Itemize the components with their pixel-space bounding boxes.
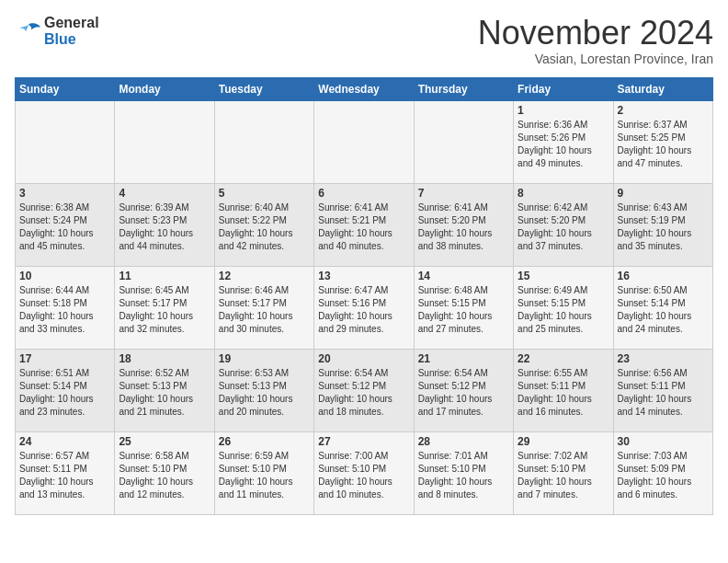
weekday-header-monday: Monday: [115, 77, 214, 100]
calendar-week-row: 17Sunrise: 6:51 AM Sunset: 5:14 PM Dayli…: [16, 349, 713, 431]
day-number: 21: [418, 352, 509, 365]
day-number: 3: [19, 187, 110, 200]
day-info: Sunrise: 6:57 AM Sunset: 5:11 PM Dayligh…: [19, 450, 110, 501]
day-info: Sunrise: 6:36 AM Sunset: 5:26 PM Dayligh…: [518, 119, 609, 170]
calendar-cell: 13Sunrise: 6:47 AM Sunset: 5:16 PM Dayli…: [314, 266, 414, 349]
day-number: 26: [219, 435, 310, 448]
page-header: General Blue November 2024 Vasian, Lores…: [15, 15, 713, 66]
month-title: November 2024: [478, 15, 713, 52]
day-number: 9: [618, 187, 709, 200]
calendar-cell: 30Sunrise: 7:03 AM Sunset: 5:09 PM Dayli…: [613, 431, 712, 514]
calendar-cell: 25Sunrise: 6:58 AM Sunset: 5:10 PM Dayli…: [115, 431, 214, 514]
title-section: November 2024 Vasian, Lorestan Province,…: [478, 15, 713, 66]
day-info: Sunrise: 6:54 AM Sunset: 5:12 PM Dayligh…: [418, 367, 509, 419]
calendar-cell: 4Sunrise: 6:39 AM Sunset: 5:23 PM Daylig…: [115, 183, 214, 266]
day-info: Sunrise: 7:02 AM Sunset: 5:10 PM Dayligh…: [518, 450, 609, 501]
weekday-header-friday: Friday: [514, 77, 613, 100]
calendar-cell: [314, 100, 414, 183]
calendar-cell: [16, 100, 115, 183]
calendar-cell: 14Sunrise: 6:48 AM Sunset: 5:15 PM Dayli…: [414, 266, 513, 349]
location-subtitle: Vasian, Lorestan Province, Iran: [478, 52, 713, 66]
day-number: 24: [19, 435, 110, 448]
weekday-header-sunday: Sunday: [16, 77, 115, 100]
calendar-cell: 8Sunrise: 6:42 AM Sunset: 5:20 PM Daylig…: [514, 183, 613, 266]
day-info: Sunrise: 6:41 AM Sunset: 5:21 PM Dayligh…: [318, 201, 409, 253]
calendar-cell: 17Sunrise: 6:51 AM Sunset: 5:14 PM Dayli…: [16, 349, 115, 431]
day-number: 18: [119, 352, 210, 365]
calendar-cell: 22Sunrise: 6:55 AM Sunset: 5:11 PM Dayli…: [514, 349, 613, 431]
calendar-cell: 1Sunrise: 6:36 AM Sunset: 5:26 PM Daylig…: [514, 100, 613, 183]
day-info: Sunrise: 6:56 AM Sunset: 5:11 PM Dayligh…: [618, 367, 709, 419]
calendar-cell: [214, 100, 313, 183]
calendar-cell: 5Sunrise: 6:40 AM Sunset: 5:22 PM Daylig…: [214, 183, 313, 266]
calendar-cell: 9Sunrise: 6:43 AM Sunset: 5:19 PM Daylig…: [613, 183, 712, 266]
day-number: 5: [219, 187, 310, 200]
calendar-cell: 11Sunrise: 6:45 AM Sunset: 5:17 PM Dayli…: [115, 266, 214, 349]
weekday-header-saturday: Saturday: [613, 77, 712, 100]
day-number: 1: [518, 104, 609, 117]
day-info: Sunrise: 6:37 AM Sunset: 5:25 PM Dayligh…: [618, 119, 709, 170]
day-info: Sunrise: 6:42 AM Sunset: 5:20 PM Dayligh…: [518, 201, 609, 253]
day-info: Sunrise: 6:47 AM Sunset: 5:16 PM Dayligh…: [318, 284, 409, 336]
calendar-week-row: 24Sunrise: 6:57 AM Sunset: 5:11 PM Dayli…: [16, 431, 713, 514]
weekday-header-tuesday: Tuesday: [214, 77, 313, 100]
day-number: 8: [518, 187, 609, 200]
day-info: Sunrise: 7:01 AM Sunset: 5:10 PM Dayligh…: [418, 450, 509, 501]
day-info: Sunrise: 6:58 AM Sunset: 5:10 PM Dayligh…: [119, 450, 210, 501]
calendar-week-row: 10Sunrise: 6:44 AM Sunset: 5:18 PM Dayli…: [16, 266, 713, 349]
day-info: Sunrise: 6:38 AM Sunset: 5:24 PM Dayligh…: [19, 201, 110, 253]
calendar-cell: 12Sunrise: 6:46 AM Sunset: 5:17 PM Dayli…: [214, 266, 313, 349]
day-number: 19: [219, 352, 310, 365]
day-info: Sunrise: 6:43 AM Sunset: 5:19 PM Dayligh…: [618, 201, 709, 253]
day-number: 14: [418, 270, 509, 282]
day-number: 12: [219, 270, 310, 282]
day-info: Sunrise: 6:52 AM Sunset: 5:13 PM Dayligh…: [119, 367, 210, 419]
day-number: 28: [418, 435, 509, 448]
day-info: Sunrise: 6:44 AM Sunset: 5:18 PM Dayligh…: [19, 284, 110, 336]
day-number: 13: [318, 270, 409, 282]
day-number: 2: [618, 104, 709, 117]
day-info: Sunrise: 6:45 AM Sunset: 5:17 PM Dayligh…: [119, 284, 210, 336]
day-info: Sunrise: 6:50 AM Sunset: 5:14 PM Dayligh…: [618, 284, 709, 336]
calendar-cell: 10Sunrise: 6:44 AM Sunset: 5:18 PM Dayli…: [16, 266, 115, 349]
calendar-cell: 21Sunrise: 6:54 AM Sunset: 5:12 PM Dayli…: [414, 349, 513, 431]
logo-text: General: [44, 15, 99, 31]
calendar-cell: 20Sunrise: 6:54 AM Sunset: 5:12 PM Dayli…: [314, 349, 414, 431]
calendar-cell: 15Sunrise: 6:49 AM Sunset: 5:15 PM Dayli…: [514, 266, 613, 349]
calendar-cell: 3Sunrise: 6:38 AM Sunset: 5:24 PM Daylig…: [16, 183, 115, 266]
day-info: Sunrise: 6:46 AM Sunset: 5:17 PM Dayligh…: [219, 284, 310, 336]
day-info: Sunrise: 7:00 AM Sunset: 5:10 PM Dayligh…: [318, 450, 409, 501]
day-info: Sunrise: 6:54 AM Sunset: 5:12 PM Dayligh…: [318, 367, 409, 419]
day-number: 11: [119, 270, 210, 282]
calendar-cell: 2Sunrise: 6:37 AM Sunset: 5:25 PM Daylig…: [613, 100, 712, 183]
day-number: 29: [518, 435, 609, 448]
calendar-week-row: 1Sunrise: 6:36 AM Sunset: 5:26 PM Daylig…: [16, 100, 713, 183]
day-number: 6: [318, 187, 409, 200]
calendar-cell: 23Sunrise: 6:56 AM Sunset: 5:11 PM Dayli…: [613, 349, 712, 431]
day-info: Sunrise: 6:53 AM Sunset: 5:13 PM Dayligh…: [219, 367, 310, 419]
day-info: Sunrise: 6:51 AM Sunset: 5:14 PM Dayligh…: [19, 367, 110, 419]
logo: General Blue: [15, 15, 99, 47]
day-info: Sunrise: 6:40 AM Sunset: 5:22 PM Dayligh…: [219, 201, 310, 253]
calendar-cell: [115, 100, 214, 183]
day-number: 30: [618, 435, 709, 448]
calendar-cell: 24Sunrise: 6:57 AM Sunset: 5:11 PM Dayli…: [16, 431, 115, 514]
calendar-cell: 19Sunrise: 6:53 AM Sunset: 5:13 PM Dayli…: [214, 349, 313, 431]
day-info: Sunrise: 6:59 AM Sunset: 5:10 PM Dayligh…: [219, 450, 310, 501]
day-number: 4: [119, 187, 210, 200]
calendar-cell: 16Sunrise: 6:50 AM Sunset: 5:14 PM Dayli…: [613, 266, 712, 349]
day-number: 22: [518, 352, 609, 365]
calendar-cell: 7Sunrise: 6:41 AM Sunset: 5:20 PM Daylig…: [414, 183, 513, 266]
day-number: 16: [618, 270, 709, 282]
day-number: 23: [618, 352, 709, 365]
day-info: Sunrise: 6:48 AM Sunset: 5:15 PM Dayligh…: [418, 284, 509, 336]
calendar-cell: 29Sunrise: 7:02 AM Sunset: 5:10 PM Dayli…: [514, 431, 613, 514]
calendar-cell: 28Sunrise: 7:01 AM Sunset: 5:10 PM Dayli…: [414, 431, 513, 514]
calendar-cell: 6Sunrise: 6:41 AM Sunset: 5:21 PM Daylig…: [314, 183, 414, 266]
weekday-header-wednesday: Wednesday: [314, 77, 414, 100]
day-number: 17: [19, 352, 110, 365]
day-number: 25: [119, 435, 210, 448]
day-number: 7: [418, 187, 509, 200]
day-number: 20: [318, 352, 409, 365]
day-number: 15: [518, 270, 609, 282]
